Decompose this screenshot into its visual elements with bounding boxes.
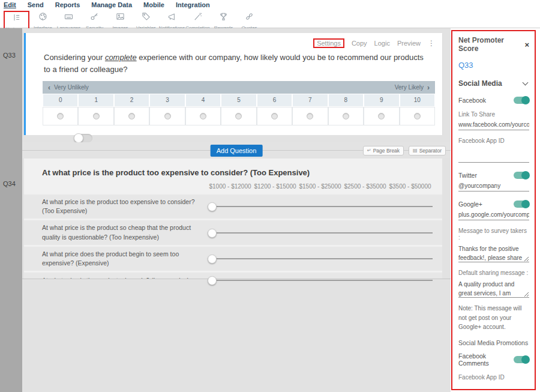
radio-icon — [271, 113, 278, 119]
nps-radio[interactable] — [328, 107, 364, 125]
copy-button[interactable]: Copy — [352, 40, 367, 47]
slider-thumb[interactable] — [208, 202, 217, 211]
price-slider[interactable] — [208, 254, 433, 264]
slider-thumb[interactable] — [208, 229, 217, 238]
images-icon — [115, 11, 126, 25]
google-plus-input[interactable] — [458, 209, 529, 220]
toggle-knob — [521, 200, 530, 208]
menu-integration[interactable]: Integration — [176, 1, 210, 9]
slider-thumb[interactable] — [208, 255, 217, 264]
q33-number-label: Q33 — [3, 52, 16, 59]
chevron-right-icon[interactable]: › — [427, 83, 430, 92]
nps-value-cell: 6 — [257, 94, 292, 107]
add-question-button[interactable]: Add Question — [211, 145, 263, 157]
panel-question-code: Q33 — [458, 61, 529, 70]
menu-manage-data[interactable]: Manage Data — [91, 1, 132, 9]
facebook-toggle[interactable] — [514, 97, 529, 104]
price-slider[interactable] — [208, 228, 433, 238]
nps-radio[interactable] — [400, 107, 435, 125]
facebook-app-id-2-input[interactable] — [458, 382, 529, 391]
radio-icon — [164, 113, 171, 119]
separator-icon: ▤ — [413, 148, 418, 153]
slider-row: At what price is the product so cheap th… — [24, 220, 442, 244]
slider-track — [208, 232, 433, 234]
slider-track — [208, 206, 433, 207]
required-toggle[interactable] — [74, 134, 92, 142]
trophy-icon — [218, 11, 229, 25]
menu-mobile[interactable]: Mobile — [143, 1, 164, 9]
nps-value-cell: 8 — [328, 94, 364, 107]
languages-icon — [63, 11, 74, 25]
survey-canvas: Settings Copy Logic Preview ⋮ Considerin… — [22, 28, 451, 392]
q34-question-card[interactable]: At what price is the product too expensi… — [24, 158, 442, 279]
q33-actions: Settings Copy Logic Preview ⋮ — [26, 33, 442, 48]
price-slider[interactable] — [208, 276, 433, 285]
separator-button[interactable]: ▤ Separator — [409, 146, 446, 155]
message-to-survey-takers-textarea[interactable]: Thanks for the positive feedback!, pleas… — [458, 243, 529, 262]
slider-thumb[interactable] — [208, 276, 217, 285]
nps-radio[interactable] — [185, 107, 221, 125]
price-slider[interactable] — [208, 202, 433, 211]
workspace-icon — [11, 12, 22, 26]
nps-radio[interactable] — [78, 107, 113, 125]
nps-number-row: 0 1 2 3 4 5 6 7 8 9 10 — [43, 94, 435, 107]
edit-toolbar: Workspace Interface Languages Security I… — [0, 10, 540, 28]
menu-reports[interactable]: Reports — [55, 1, 80, 9]
facebook-comments-toggle[interactable] — [514, 356, 529, 363]
google-plus-row: Google+ — [458, 201, 529, 208]
nps-radio[interactable] — [149, 107, 185, 125]
twitter-handle-input[interactable] — [458, 180, 529, 191]
slider-track — [208, 280, 433, 281]
facebook-link-input[interactable] — [458, 119, 529, 130]
twitter-toggle[interactable] — [514, 172, 529, 179]
interface-icon — [37, 11, 49, 25]
variables-icon — [140, 11, 152, 25]
nps-value-cell: 9 — [364, 94, 399, 107]
nps-value-cell: 5 — [221, 94, 256, 107]
nps-value-cell: 1 — [78, 94, 113, 107]
price-range-header: $1200 - $15000 — [253, 183, 298, 190]
logic-button[interactable]: Logic — [374, 40, 390, 47]
q34-question-title: At what price is the product too expensi… — [24, 158, 442, 178]
chevron-down-icon — [523, 80, 529, 86]
social-media-section-header[interactable]: Social Media — [458, 79, 529, 88]
facebook-app-id-label: Facebook App ID — [458, 137, 529, 144]
radio-icon — [93, 113, 100, 119]
radio-icon — [343, 113, 349, 119]
menu-send[interactable]: Send — [28, 1, 44, 9]
nps-settings-panel: Net Promoter Score × Q33 Social Media Fa… — [451, 30, 536, 390]
facebook-app-id-2-label: Facebook App ID — [458, 374, 529, 381]
social-media-promotions-label: Social Media Promotions — [458, 339, 529, 346]
slider-row-label: At what price is the product so cheap th… — [42, 223, 197, 241]
nps-radio[interactable] — [221, 107, 256, 125]
close-icon[interactable]: × — [524, 41, 529, 49]
nps-value-cell: 3 — [149, 94, 185, 107]
nps-value-cell: 0 — [43, 94, 78, 107]
twitter-row: Twitter — [458, 172, 529, 179]
q33-question-card[interactable]: Settings Copy Logic Preview ⋮ Considerin… — [24, 33, 442, 135]
nps-radio[interactable] — [364, 107, 399, 125]
q33-emphasized-word: complete — [105, 53, 137, 62]
composer-strip: Add Question ↵ Page Break ▤ Separator — [22, 142, 451, 158]
panel-title: Net Promoter Score — [458, 36, 524, 53]
nps-radio[interactable] — [114, 107, 149, 125]
nps-radio-row — [43, 107, 435, 125]
nps-radio[interactable] — [292, 107, 328, 125]
nps-scale-header: ‹ Very Unlikely Very Likely › — [43, 81, 435, 94]
settings-button[interactable]: Settings — [313, 38, 344, 48]
nps-value-cell: 2 — [114, 94, 149, 107]
facebook-app-id-input[interactable] — [458, 145, 529, 163]
kebab-menu-icon[interactable]: ⋮ — [428, 39, 435, 47]
facebook-label: Facebook — [458, 97, 486, 104]
google-plus-toggle[interactable] — [514, 201, 529, 208]
default-sharing-message-textarea[interactable]: A quality product and great services, I … — [458, 278, 529, 298]
menu-edit[interactable]: Edit — [4, 1, 16, 9]
preview-button[interactable]: Preview — [397, 40, 421, 47]
chevron-left-icon[interactable]: ‹ — [48, 83, 50, 92]
nps-radio[interactable] — [257, 107, 292, 125]
page-break-button[interactable]: ↵ Page Break — [363, 146, 404, 155]
price-range-header: $3500 - $50000 — [388, 183, 433, 190]
nps-radio[interactable] — [43, 107, 78, 125]
radio-icon — [57, 113, 64, 119]
megaphone-icon — [166, 11, 178, 25]
